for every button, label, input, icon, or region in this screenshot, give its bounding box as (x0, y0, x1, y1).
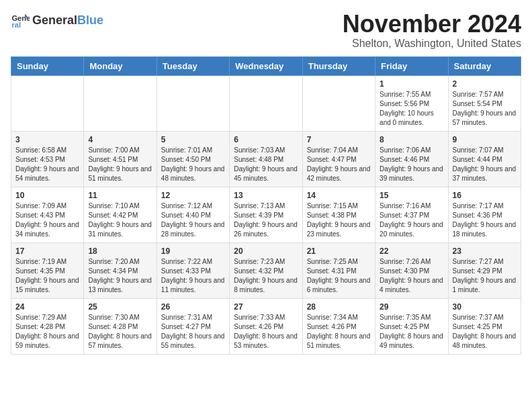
day-info: Sunrise: 7:25 AM Sunset: 4:31 PM Dayligh… (307, 257, 371, 295)
day-number: 28 (307, 302, 371, 312)
day-number: 25 (88, 302, 152, 312)
day-info: Sunrise: 7:29 AM Sunset: 4:28 PM Dayligh… (15, 313, 79, 351)
day-cell: 25Sunrise: 7:30 AM Sunset: 4:28 PM Dayli… (84, 298, 157, 354)
day-number: 9 (453, 135, 517, 144)
weekday-header-row: SundayMondayTuesdayWednesdayThursdayFrid… (11, 56, 521, 75)
week-row-4: 17Sunrise: 7:19 AM Sunset: 4:35 PM Dayli… (11, 242, 521, 298)
day-info: Sunrise: 7:19 AM Sunset: 4:35 PM Dayligh… (15, 257, 79, 295)
day-info: Sunrise: 7:27 AM Sunset: 4:29 PM Dayligh… (453, 257, 517, 295)
day-cell: 5Sunrise: 7:01 AM Sunset: 4:50 PM Daylig… (157, 131, 229, 187)
day-cell: 28Sunrise: 7:34 AM Sunset: 4:26 PM Dayli… (302, 298, 375, 354)
day-number: 16 (453, 191, 517, 200)
day-cell (302, 75, 375, 131)
day-info: Sunrise: 7:34 AM Sunset: 4:26 PM Dayligh… (307, 313, 371, 351)
day-cell: 20Sunrise: 7:23 AM Sunset: 4:32 PM Dayli… (230, 242, 302, 298)
day-info: Sunrise: 7:26 AM Sunset: 4:30 PM Dayligh… (380, 257, 443, 295)
week-row-3: 10Sunrise: 7:09 AM Sunset: 4:43 PM Dayli… (11, 187, 521, 242)
day-cell: 13Sunrise: 7:13 AM Sunset: 4:39 PM Dayli… (230, 187, 302, 242)
day-number: 14 (307, 191, 371, 200)
day-info: Sunrise: 7:22 AM Sunset: 4:33 PM Dayligh… (161, 257, 225, 295)
day-info: Sunrise: 7:07 AM Sunset: 4:44 PM Dayligh… (453, 146, 517, 183)
location-title: Shelton, Washington, United States (343, 38, 521, 50)
day-cell: 8Sunrise: 7:06 AM Sunset: 4:46 PM Daylig… (375, 131, 448, 187)
day-info: Sunrise: 7:04 AM Sunset: 4:47 PM Dayligh… (307, 146, 371, 183)
logo-general-text: General (32, 13, 77, 27)
day-info: Sunrise: 6:58 AM Sunset: 4:53 PM Dayligh… (15, 146, 79, 183)
month-title: November 2024 (343, 11, 521, 38)
day-cell: 30Sunrise: 7:37 AM Sunset: 4:25 PM Dayli… (448, 298, 521, 354)
day-cell: 1Sunrise: 7:55 AM Sunset: 5:56 PM Daylig… (375, 75, 448, 131)
day-number: 30 (453, 302, 517, 312)
day-info: Sunrise: 7:31 AM Sunset: 4:27 PM Dayligh… (161, 313, 225, 351)
weekday-header-friday: Friday (375, 56, 448, 75)
day-cell: 2Sunrise: 7:57 AM Sunset: 5:54 PM Daylig… (448, 75, 521, 131)
day-number: 20 (234, 246, 298, 256)
day-cell: 9Sunrise: 7:07 AM Sunset: 4:44 PM Daylig… (448, 131, 521, 187)
weekday-header-wednesday: Wednesday (230, 56, 302, 75)
day-number: 15 (380, 191, 443, 200)
logo-blue-text: Blue (77, 13, 103, 27)
day-number: 26 (161, 302, 225, 312)
day-number: 23 (453, 246, 517, 256)
weekday-header-tuesday: Tuesday (157, 56, 229, 75)
day-number: 18 (88, 246, 152, 256)
day-cell: 24Sunrise: 7:29 AM Sunset: 4:28 PM Dayli… (11, 298, 84, 354)
day-number: 4 (88, 135, 152, 144)
day-info: Sunrise: 7:16 AM Sunset: 4:37 PM Dayligh… (380, 201, 443, 239)
day-cell: 27Sunrise: 7:33 AM Sunset: 4:26 PM Dayli… (230, 298, 302, 354)
day-info: Sunrise: 7:20 AM Sunset: 4:34 PM Dayligh… (88, 257, 152, 295)
day-number: 3 (15, 135, 79, 144)
day-number: 19 (161, 246, 225, 256)
week-row-2: 3Sunrise: 6:58 AM Sunset: 4:53 PM Daylig… (11, 131, 521, 187)
week-row-1: 1Sunrise: 7:55 AM Sunset: 5:56 PM Daylig… (11, 75, 521, 131)
day-cell: 10Sunrise: 7:09 AM Sunset: 4:43 PM Dayli… (11, 187, 84, 242)
weekday-header-monday: Monday (84, 56, 157, 75)
day-info: Sunrise: 7:33 AM Sunset: 4:26 PM Dayligh… (234, 313, 298, 351)
weekday-header-saturday: Saturday (448, 56, 521, 75)
day-number: 2 (453, 79, 517, 89)
day-info: Sunrise: 7:12 AM Sunset: 4:40 PM Dayligh… (161, 201, 225, 239)
day-number: 6 (234, 135, 298, 144)
logo: Gene ral GeneralBlue (11, 11, 103, 30)
day-number: 29 (380, 302, 443, 312)
day-cell: 26Sunrise: 7:31 AM Sunset: 4:27 PM Dayli… (157, 298, 229, 354)
day-number: 12 (161, 191, 225, 200)
day-info: Sunrise: 7:13 AM Sunset: 4:39 PM Dayligh… (234, 201, 298, 239)
day-number: 22 (380, 246, 443, 256)
day-info: Sunrise: 7:35 AM Sunset: 4:25 PM Dayligh… (380, 313, 443, 351)
day-info: Sunrise: 7:55 AM Sunset: 5:56 PM Dayligh… (380, 90, 443, 128)
title-area: November 2024 Shelton, Washington, Unite… (343, 11, 521, 50)
day-info: Sunrise: 7:01 AM Sunset: 4:50 PM Dayligh… (161, 146, 225, 183)
day-number: 10 (15, 191, 79, 200)
day-cell (157, 75, 229, 131)
day-cell: 29Sunrise: 7:35 AM Sunset: 4:25 PM Dayli… (375, 298, 448, 354)
day-number: 8 (380, 135, 443, 144)
day-cell: 12Sunrise: 7:12 AM Sunset: 4:40 PM Dayli… (157, 187, 229, 242)
day-cell (84, 75, 157, 131)
weekday-header-sunday: Sunday (11, 56, 84, 75)
logo-icon: Gene ral (11, 11, 30, 30)
day-number: 5 (161, 135, 225, 144)
header: Gene ral GeneralBlue November 2024 Shelt… (11, 11, 521, 50)
day-info: Sunrise: 7:00 AM Sunset: 4:51 PM Dayligh… (88, 146, 152, 183)
day-cell: 14Sunrise: 7:15 AM Sunset: 4:38 PM Dayli… (302, 187, 375, 242)
day-info: Sunrise: 7:15 AM Sunset: 4:38 PM Dayligh… (307, 201, 371, 239)
day-number: 21 (307, 246, 371, 256)
day-cell: 18Sunrise: 7:20 AM Sunset: 4:34 PM Dayli… (84, 242, 157, 298)
day-info: Sunrise: 7:10 AM Sunset: 4:42 PM Dayligh… (88, 201, 152, 239)
day-cell: 17Sunrise: 7:19 AM Sunset: 4:35 PM Dayli… (11, 242, 84, 298)
day-cell: 7Sunrise: 7:04 AM Sunset: 4:47 PM Daylig… (302, 131, 375, 187)
weekday-header-thursday: Thursday (302, 56, 375, 75)
day-cell: 15Sunrise: 7:16 AM Sunset: 4:37 PM Dayli… (375, 187, 448, 242)
day-number: 7 (307, 135, 371, 144)
day-cell: 6Sunrise: 7:03 AM Sunset: 4:48 PM Daylig… (230, 131, 302, 187)
day-cell: 22Sunrise: 7:26 AM Sunset: 4:30 PM Dayli… (375, 242, 448, 298)
day-number: 24 (15, 302, 79, 312)
day-cell: 4Sunrise: 7:00 AM Sunset: 4:51 PM Daylig… (84, 131, 157, 187)
day-cell: 19Sunrise: 7:22 AM Sunset: 4:33 PM Dayli… (157, 242, 229, 298)
day-number: 27 (234, 302, 298, 312)
day-cell: 3Sunrise: 6:58 AM Sunset: 4:53 PM Daylig… (11, 131, 84, 187)
day-info: Sunrise: 7:57 AM Sunset: 5:54 PM Dayligh… (453, 90, 517, 128)
day-cell: 16Sunrise: 7:17 AM Sunset: 4:36 PM Dayli… (448, 187, 521, 242)
day-info: Sunrise: 7:17 AM Sunset: 4:36 PM Dayligh… (453, 201, 517, 239)
